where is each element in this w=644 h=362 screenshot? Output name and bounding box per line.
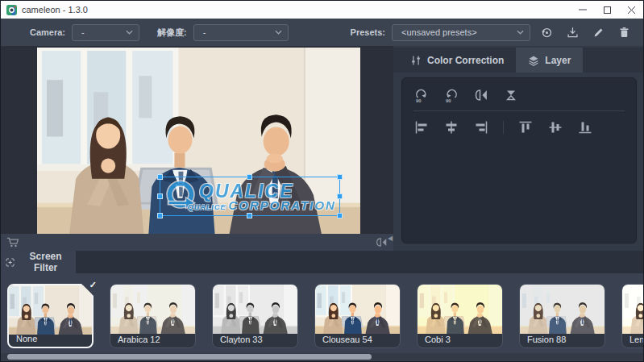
filter-name: Clayton 33	[213, 332, 297, 347]
flip-horizontal-button[interactable]	[473, 87, 489, 103]
presets-value: <unsaved presets>	[401, 27, 477, 37]
watermark-subtitle: CORPORATION	[229, 199, 336, 211]
filter-name: Lenox 34	[622, 332, 643, 347]
maximize-button[interactable]	[595, 1, 619, 19]
tab-label: Color Correction	[427, 55, 504, 66]
align-middle-vertical-button[interactable]	[547, 119, 563, 135]
maximize-icon	[604, 6, 611, 14]
resolution-value: -	[203, 27, 206, 37]
filter-thumbnail[interactable]: None ✓	[7, 284, 95, 350]
screen-filter-bar: Screen Filter	[1, 251, 643, 273]
tab-screen-filter[interactable]: Screen Filter	[1, 251, 76, 273]
align-center-horizontal-button[interactable]	[443, 119, 459, 135]
chevron-down-icon	[126, 30, 133, 35]
app-window: cameleon - 1.3.0 Camera: - 解像度: - Preset…	[0, 0, 644, 362]
resize-handle[interactable]	[157, 174, 163, 180]
app-logo-icon	[6, 5, 17, 15]
filter-thumbnail[interactable]: Arabica 12	[110, 284, 197, 350]
filter-thumbnail[interactable]: Fusion 88	[519, 284, 607, 350]
close-icon	[628, 6, 635, 14]
filter-preview-image	[9, 285, 92, 335]
resolution-select[interactable]: -	[193, 24, 289, 41]
camera-select[interactable]: -	[72, 24, 139, 41]
tab-layer[interactable]: Layer	[516, 48, 583, 73]
reset-preset-icon	[541, 27, 553, 39]
tab-color-correction[interactable]: Color Correction	[398, 48, 516, 73]
filter-name: Clouseau 54	[315, 332, 400, 347]
sliders-icon	[410, 55, 422, 66]
preview-toolbar	[1, 234, 393, 251]
rotate-ccw-90-icon: 90	[444, 88, 459, 102]
filter-preview-image	[315, 285, 400, 334]
align-bottom-button[interactable]	[577, 119, 593, 135]
horizontal-scrollbar-thumb[interactable]	[7, 354, 372, 360]
filter-thumbnail[interactable]: Clayton 33	[212, 284, 300, 350]
resize-handle[interactable]	[337, 213, 343, 218]
resize-handle[interactable]	[157, 213, 163, 218]
filter-name: None	[9, 331, 92, 347]
align-tools	[413, 119, 625, 135]
rotate-ccw-90-button[interactable]: 90	[443, 87, 459, 103]
filter-preview-image	[520, 285, 605, 334]
presets-select[interactable]: <unsaved presets>	[392, 24, 530, 41]
save-preset-button[interactable]	[565, 25, 580, 40]
tab-label: Layer	[545, 55, 571, 66]
align-top-icon	[518, 120, 533, 135]
resize-handle[interactable]	[247, 213, 252, 218]
preset-actions	[534, 25, 637, 40]
chevron-down-icon	[517, 30, 524, 35]
cart-icon[interactable]	[6, 236, 20, 248]
resize-handle[interactable]	[337, 193, 343, 199]
window-title: cameleon - 1.3.0	[22, 5, 88, 15]
filter-thumbnail[interactable]: Lenox 34	[621, 284, 643, 350]
align-left-icon	[414, 120, 429, 135]
divider	[503, 121, 504, 134]
delete-preset-icon	[618, 27, 630, 39]
align-top-button[interactable]	[517, 119, 534, 135]
titlebar: cameleon - 1.3.0	[1, 1, 643, 19]
filter-name: Arabica 12	[110, 332, 195, 347]
side-panel-tabs: Color Correction Layer	[393, 48, 643, 73]
camera-preview[interactable]: QUALICE QUALICE CORPORATION	[37, 48, 360, 234]
edit-preset-icon	[592, 27, 605, 39]
minimize-icon	[579, 6, 587, 14]
align-left-button[interactable]	[413, 119, 430, 135]
resize-handle[interactable]	[247, 174, 252, 180]
transform-tools: 9090	[413, 87, 625, 103]
filter-thumbnail[interactable]: Cobi 3	[417, 284, 505, 350]
resize-handle[interactable]	[337, 174, 343, 180]
delete-preset-button[interactable]	[617, 25, 631, 40]
filter-name: Fusion 88	[520, 332, 605, 347]
rotate-cw-90-icon: 90	[414, 88, 429, 102]
flip-horizontal-icon	[474, 88, 488, 102]
filter-strip: None ✓ Arabica 12 Clayton 33	[7, 284, 643, 350]
close-button[interactable]	[619, 1, 643, 19]
filter-preview-image	[622, 285, 643, 334]
layer-tools-panel: 9090	[401, 77, 637, 243]
resolution-label: 解像度:	[157, 27, 187, 39]
filter-preview-image	[213, 285, 297, 334]
filter-gallery: None ✓ Arabica 12 Clayton 33	[1, 273, 643, 362]
minimize-button[interactable]	[571, 1, 595, 19]
align-right-button[interactable]	[473, 119, 489, 135]
watermark-logo: QUALICE QUALICE CORPORATION	[160, 177, 339, 215]
rotate-cw-90-button[interactable]: 90	[413, 87, 430, 103]
filter-thumbnail[interactable]: Clouseau 54	[314, 284, 402, 350]
watermark-layer[interactable]: QUALICE QUALICE CORPORATION	[160, 177, 340, 216]
resize-handle[interactable]	[157, 193, 163, 199]
save-preset-icon	[567, 27, 579, 39]
screen-filter-icon	[6, 257, 15, 268]
toolbar: Camera: - 解像度: - Presets: <unsaved prese…	[1, 19, 643, 46]
align-middle-vertical-icon	[548, 120, 563, 135]
edit-preset-button[interactable]	[591, 25, 605, 40]
flip-vertical-button[interactable]	[503, 87, 519, 103]
collapse-panel-icon[interactable]: ◀	[388, 235, 393, 242]
side-panel: ◀ Color Correction Layer 9090	[393, 46, 643, 251]
screen-filter-label: Screen Filter	[20, 251, 71, 273]
mirror-preview-icon[interactable]	[376, 236, 388, 248]
camera-value: -	[81, 27, 85, 37]
filter-name: Cobi 3	[418, 332, 502, 347]
flip-vertical-icon	[504, 88, 518, 102]
align-bottom-icon	[578, 120, 592, 135]
reset-preset-button[interactable]	[539, 25, 554, 40]
